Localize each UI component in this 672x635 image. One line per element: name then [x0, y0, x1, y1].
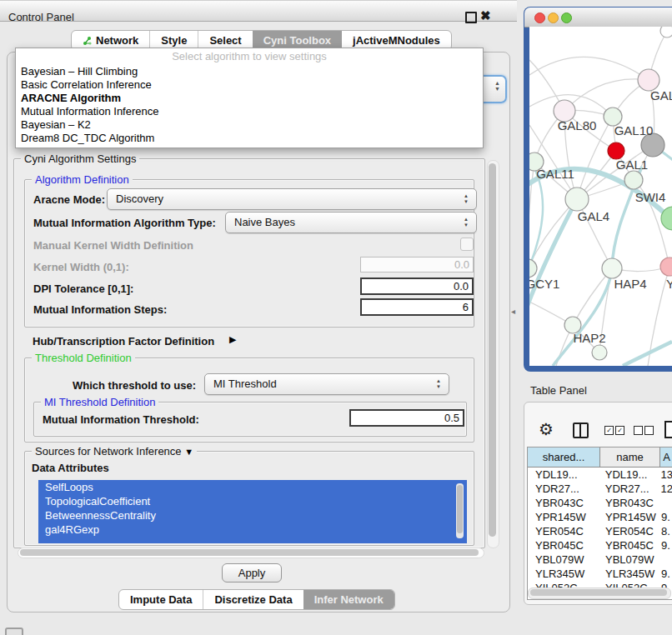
which-threshold-label: Which threshold to use: [73, 379, 196, 392]
network-node[interactable] [529, 259, 537, 278]
network-edge-highlighted[interactable] [623, 342, 672, 366]
table-cell: 12 [659, 482, 672, 496]
mi-steps-field[interactable]: 6 [360, 298, 474, 316]
network-node-label: GAL1 [616, 158, 648, 172]
network-node[interactable] [592, 345, 607, 360]
minimize-traffic-light-icon[interactable] [548, 12, 559, 23]
attribute-item-selected[interactable]: TopologicalCoefficient [38, 494, 467, 508]
table-row[interactable]: YDL19...YDL19...13 [528, 468, 672, 482]
split-columns-icon[interactable] [573, 422, 589, 438]
network-node-label: GAL10 [614, 123, 654, 138]
table-cell: YDL19... [599, 468, 659, 482]
table-cell: YDR27... [528, 482, 599, 496]
tab-select-label: Select [209, 34, 241, 47]
table-cell: YBL079W [528, 552, 599, 567]
manual-kernel-width-checkbox[interactable] [460, 238, 474, 251]
table-cell: 13 [659, 468, 672, 482]
tab-discretize-data-label: Discretize Data [214, 593, 292, 606]
zoom-traffic-light-icon[interactable] [561, 12, 572, 23]
table-row[interactable]: YER054CYER054C8. [528, 524, 672, 538]
table-row[interactable]: YBR045CYBR045C9. [528, 538, 672, 552]
column-header-partial[interactable]: A [660, 448, 672, 467]
close-traffic-light-icon[interactable] [534, 12, 545, 23]
network-edge-highlighted[interactable] [529, 199, 577, 314]
which-threshold-combobox[interactable]: MI Threshold ▲▼ [204, 373, 449, 395]
kernel-width-field[interactable]: 0.0 [360, 257, 474, 272]
column-header-shared-name[interactable]: shared... [528, 448, 600, 467]
sources-group: Sources for Network Inference ▼ Data Att… [24, 451, 474, 546]
table-cell: YPR145W [528, 510, 599, 524]
settings-vertical-scrollbar[interactable] [487, 160, 499, 548]
float-window-icon[interactable] [465, 12, 477, 23]
gear-icon[interactable]: ⚙ [539, 419, 554, 439]
algorithm-option[interactable]: Bayesian – K2 [16, 118, 483, 132]
algorithm-dropdown-popup: Select algorithm to view settings Bayesi… [15, 48, 484, 148]
aracne-mode-combobox[interactable]: Discovery ▲▼ [107, 188, 477, 210]
tab-infer-network-label: Infer Network [314, 593, 384, 606]
table-cell: YBR043C [599, 496, 659, 510]
attribute-item-selected[interactable]: BetweennessCentrality [38, 508, 467, 522]
network-node-label: GAL4 [578, 209, 609, 223]
table-row[interactable]: YPR145WYPR145W9. [528, 510, 672, 524]
pane-divider-arrow-icon[interactable]: ◂ [511, 307, 515, 316]
algorithm-option[interactable]: Bayesian – Hill Climbing [16, 65, 483, 78]
deselect-all-columns-icon[interactable] [634, 426, 654, 435]
mi-algorithm-type-combobox[interactable]: Naive Bayes ▲▼ [225, 212, 477, 233]
network-node[interactable] [660, 27, 672, 38]
table-cell: 9. [659, 510, 670, 524]
close-icon[interactable]: ✖ [480, 8, 491, 23]
floating-panel-stub[interactable] [5, 628, 23, 635]
algorithm-definition-group: Algorithm Definition Aracne Mode: Discov… [24, 179, 474, 328]
tab-discretize-data[interactable]: Discretize Data [203, 590, 303, 609]
network-node[interactable] [608, 142, 624, 159]
collapse-arrow-icon[interactable]: ▼ [184, 447, 193, 457]
manual-kernel-width-label: Manual Kernel Width Definition [33, 239, 193, 252]
network-node[interactable] [660, 258, 672, 276]
cyni-algorithm-settings-title: Cyni Algorithm Settings [21, 152, 139, 165]
algorithm-option[interactable]: ARACNE Algorithm [16, 92, 483, 105]
dpi-tolerance-field[interactable]: 0.0 [360, 278, 474, 295]
network-node[interactable] [624, 171, 643, 189]
network-node[interactable] [602, 258, 622, 278]
screen: { "control_panel": { "title": "Control P… [0, 0, 672, 635]
mi-algorithm-type-label: Mutual Information Algorithm Type: [33, 217, 216, 229]
table-rows: YDL19...YDL19...13YDR27...YDR27...12YBR0… [528, 468, 672, 588]
mi-threshold-field[interactable]: 0.5 [349, 409, 464, 427]
algorithm-option[interactable]: Dream8 DC_TDC Algorithm [16, 132, 483, 145]
tab-impute-data[interactable]: Impute Data [119, 590, 203, 609]
new-table-icon[interactable] [664, 421, 672, 438]
network-edge[interactable] [529, 57, 649, 80]
settings-horizontal-scrollbar[interactable] [18, 548, 484, 558]
algorithm-option[interactable]: Basic Correlation Inference [16, 78, 483, 92]
table-cell: YPR145W [599, 510, 659, 524]
data-attributes-label: Data Attributes [32, 462, 109, 474]
data-attributes-list[interactable]: SelfLoopsTopologicalCoefficientBetweenne… [38, 480, 467, 543]
aracne-mode-value: Discovery [116, 192, 163, 205]
table-cell: YBR043C [528, 496, 599, 510]
algorithm-option[interactable]: Mutual Information Inference [16, 105, 483, 118]
table-row[interactable]: YBR043CYBR043C [528, 496, 672, 510]
attribute-item-selected[interactable]: SelfLoops [38, 480, 467, 494]
column-header-name[interactable]: name [600, 448, 660, 467]
network-window-titlebar[interactable] [524, 8, 672, 28]
hub-definition-label[interactable]: Hub/Transcription Factor Definition [33, 335, 214, 348]
table-row[interactable]: YLR345WYLR345W9. [528, 567, 672, 581]
cyni-algorithm-settings-group: Cyni Algorithm Settings Algorithm Defini… [13, 158, 485, 548]
select-all-columns-icon[interactable]: ✓✓ [604, 426, 624, 435]
attribute-list-scrollbar[interactable] [456, 483, 464, 538]
tab-infer-network[interactable]: Infer Network [303, 590, 394, 609]
apply-button[interactable]: Apply [222, 563, 282, 582]
network-canvas[interactable]: GALGAL80GAL10GAL1GAL11SWI4GAL4GCY1HAP4YH… [529, 27, 672, 366]
threshold-definition-group: Threshold Definition Which threshold to … [24, 358, 474, 442]
control-panel-title: Control Panel [8, 11, 74, 23]
table-row[interactable]: YBL079WYBL079W [528, 552, 672, 567]
network-node[interactable] [565, 188, 589, 211]
network-view-window[interactable]: GALGAL80GAL10GAL1GAL11SWI4GAL4GCY1HAP4YH… [524, 7, 672, 372]
table-horizontal-scrollbar[interactable] [528, 588, 671, 599]
network-node-label: GAL [650, 88, 672, 102]
which-threshold-value: MI Threshold [213, 378, 277, 390]
table-cell [659, 552, 661, 567]
table-row[interactable]: YDR27...YDR27...12 [528, 482, 672, 496]
expand-arrow-icon[interactable]: ▶ [229, 334, 236, 345]
attribute-item-selected[interactable]: gal4RGexp [38, 522, 467, 537]
